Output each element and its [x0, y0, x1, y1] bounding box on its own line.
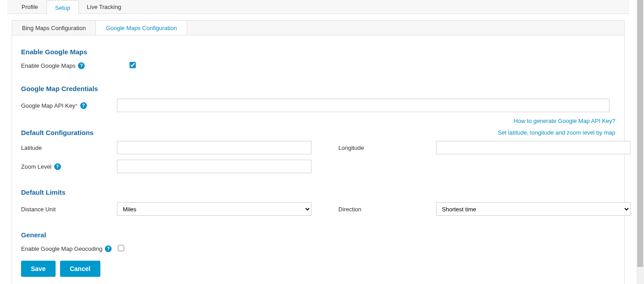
help-icon[interactable]: ? — [80, 102, 87, 109]
tab-bing-maps-configuration[interactable]: Bing Maps Configuration — [12, 21, 96, 35]
cancel-button[interactable]: Cancel — [60, 261, 100, 277]
tab-setup[interactable]: Setup — [47, 0, 79, 14]
help-icon[interactable]: ? — [78, 62, 85, 69]
scrollbar-thumb[interactable] — [637, 0, 643, 267]
label-google-map-api-key: Google Map API Key — [21, 102, 75, 109]
label-enable-geocoding: Enable Google Map Geocoding — [21, 245, 102, 252]
label-latitude: Latitude — [21, 144, 42, 151]
label-distance-unit: Distance Unit — [21, 206, 56, 213]
input-zoom-level[interactable] — [117, 160, 311, 173]
help-icon[interactable]: ? — [54, 163, 61, 170]
input-longitude[interactable] — [436, 141, 631, 154]
tab-google-maps-configuration[interactable]: Google Maps Configuration — [96, 21, 187, 35]
tab-profile[interactable]: Profile — [13, 0, 47, 13]
required-asterisk: * — [75, 102, 78, 109]
select-direction[interactable]: Shortest time — [436, 202, 631, 216]
select-distance-unit[interactable]: Miles — [117, 202, 311, 216]
label-longitude: Longitude — [338, 144, 364, 151]
label-zoom-level: Zoom Level — [21, 163, 52, 170]
link-how-to-generate-api-key[interactable]: How to generate Google Map API Key? — [514, 118, 615, 124]
section-title-google-map-credentials: Google Map Credentials — [21, 85, 615, 92]
help-icon[interactable]: ? — [105, 245, 112, 252]
section-title-general: General — [21, 231, 615, 239]
primary-tabs: Profile Setup Live Tracking — [7, 0, 629, 14]
input-google-map-api-key[interactable] — [117, 99, 609, 112]
secondary-tabs: Bing Maps Configuration Google Maps Conf… — [12, 20, 625, 35]
section-title-enable-google-maps: Enable Google Maps — [21, 48, 615, 56]
link-set-by-map[interactable]: Set latitude, longitude and zoom level b… — [498, 129, 615, 136]
tab-live-tracking[interactable]: Live Tracking — [79, 0, 130, 13]
label-direction: Direction — [338, 206, 361, 213]
section-title-default-configurations: Default Configurations — [21, 129, 94, 136]
save-button[interactable]: Save — [21, 261, 56, 277]
label-enable-google-maps: Enable Google Maps — [21, 62, 75, 69]
section-title-default-limits: Default Limits — [21, 188, 615, 196]
vertical-scrollbar[interactable] — [636, 0, 644, 284]
checkbox-enable-geocoding[interactable] — [118, 245, 124, 251]
checkbox-enable-google-maps[interactable] — [130, 62, 136, 68]
input-latitude[interactable] — [117, 141, 311, 154]
